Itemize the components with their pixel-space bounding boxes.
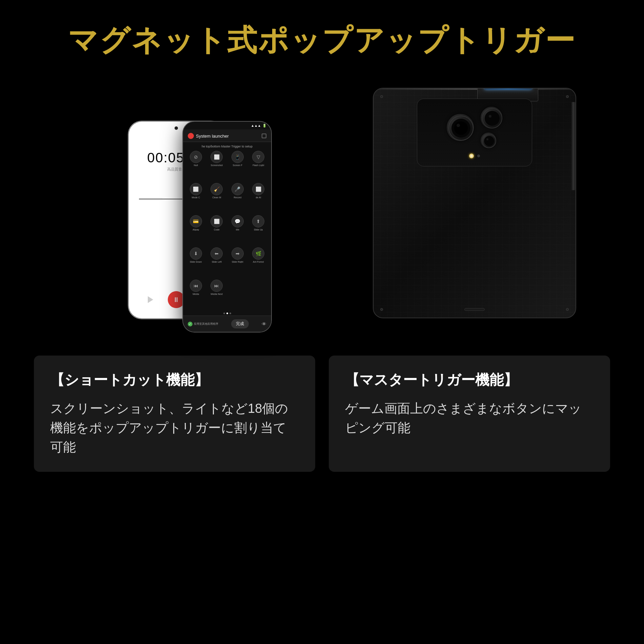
phone-right: ▲▲▲ 🔋 System launcher he top/bottom Mast… [183,122,271,332]
screw-tr [566,95,569,98]
shortcut-box: 【ショートカット機能】 スクリーンショット、ライトなど18個の機能をポップアップ… [34,356,315,472]
grid-label: Alipay [193,228,199,231]
page-title: マグネット式ポップアップトリガー [0,20,644,61]
done-button[interactable]: 完成 [231,319,249,328]
list-item[interactable]: ⬜de Al [249,183,268,213]
list-item[interactable]: 🧹Clean M [207,183,226,213]
launcher-dots [183,311,271,316]
svg-point-7 [485,111,500,126]
pause-button[interactable] [168,291,185,308]
wifi-icon: ▲▲▲ [251,124,261,127]
code-icon: ⬜ [210,215,223,227]
grid-label: Slide Right [232,261,243,263]
list-item[interactable]: ⬆Slide Up [249,215,268,245]
svg-point-8 [489,115,491,118]
svg-point-4 [454,121,468,135]
list-item[interactable]: 🌿Ant Forest [249,247,268,278]
we-icon: 💬 [232,215,244,227]
grid-label: Slide Up [254,228,263,231]
screenf-icon: 📱 [232,151,244,163]
launcher-corner-icon [262,134,266,138]
list-item [228,280,247,310]
device-photo [325,74,624,332]
phones-area: 00:05.55 高品質音楽 ▲▲▲ 🔋 [20,74,312,332]
trigger-popup [484,88,532,89]
screw-tl [380,95,383,98]
dot [223,313,225,314]
screw-bl [380,308,383,311]
list-item[interactable]: ⏭Media Next [207,280,226,310]
trigger-box: 【マスタートリガー機能】 ゲーム画面上のさまざまなボタンにマッピング可能 [329,356,610,472]
check-icon: ✓ [188,322,193,326]
launcher-bottom: ✓ 应用至其他应用程序 完成 👁 [183,316,271,332]
list-item[interactable]: ⬇Slide Down [186,247,205,278]
bottom-check: ✓ 应用至其他应用程序 [188,322,218,326]
svg-point-5 [457,124,460,127]
list-item[interactable]: ➡Slide Right [228,247,247,278]
sensor-dot [477,155,480,157]
svg-point-10 [484,136,494,146]
secondary-lens [481,107,502,128]
trigger-body: ゲーム画面上のさまざまなボタンにマッピング可能 [345,399,594,438]
grid-label: Code [214,228,220,231]
dot-active [226,313,228,314]
list-item[interactable]: ⬅Slide Left [207,247,226,278]
grid-label: Screenshot [211,164,223,166]
play-button[interactable] [141,291,158,308]
shortcut-title: 【ショートカット機能】 [50,370,299,389]
grid-label: Slide Left [212,261,222,263]
slidedown-icon: ⬇ [190,247,202,260]
grid-label: de Al [256,196,261,199]
dot [229,313,231,314]
battery-icon: 🔋 [262,124,266,127]
slideright-icon: ➡ [232,247,244,260]
al-icon: ⬜ [252,183,264,195]
list-item[interactable]: ⬜Mode C [186,183,205,213]
grid-label: Media Next [211,293,223,295]
bottom-area: 【ショートカット機能】 スクリーンショット、ライトなど18個の機能をポップアップ… [0,342,644,485]
null-icon: ⊘ [190,151,202,163]
grid-label: We [236,228,239,231]
device-body [373,88,576,318]
tertiary-lens [481,133,496,148]
grid-label: Mode C [192,196,200,199]
slideleft-icon: ⬅ [210,247,223,260]
side-rail [571,102,576,190]
grid-label: Slide Down [190,261,202,263]
list-item[interactable]: ▽Flash Light [249,151,268,181]
launcher-subtitle: he top/bottom Master Trigger to setup [183,142,271,149]
launcher-app-icon [188,133,194,139]
alipay-icon: 💳 [190,215,202,227]
camera-module [417,99,532,166]
launcher-grid: ⊘Null ⬜Screenshot 📱Screen F ▽Flash Light… [183,149,271,311]
svg-point-11 [486,138,488,140]
camera-row [447,107,502,148]
screw-br [566,308,569,311]
mode-icon: ⬜ [190,183,202,195]
status-bar: ▲▲▲ 🔋 [183,122,271,129]
list-item[interactable]: ⊘Null [186,151,205,181]
antforest-icon: 🌿 [252,247,264,260]
flash-led [469,154,474,158]
grid-label: Screen F [233,164,242,166]
grid-label: Media [193,293,199,295]
list-item[interactable]: 🎤Record [228,183,247,213]
list-item[interactable]: ⏮Media [186,280,205,310]
shortcut-body: スクリーンショット、ライトなど18個の機能をポップアップトリガーに割り当て可能 [50,399,299,457]
list-item[interactable]: 💳Alipay [186,215,205,245]
slideup-icon: ⬆ [252,215,264,227]
face-id-icon: 👁 [262,321,266,327]
list-item[interactable]: 💬We [228,215,247,245]
screenshot-icon: ⬜ [210,151,223,163]
list-item[interactable]: ⬜Screenshot [207,151,226,181]
list-item[interactable]: 📱Screen F [228,151,247,181]
media-icon: ⏮ [190,280,202,292]
main-content: 00:05.55 高品質音楽 ▲▲▲ 🔋 [0,74,644,332]
cleanm-icon: 🧹 [210,183,223,195]
grid-label: Record [234,196,241,199]
list-item[interactable]: ⬜Code [207,215,226,245]
trigger-title: 【マスタートリガー機能】 [345,370,594,389]
launcher-title: System launcher [196,134,260,139]
grid-label: Null [194,164,198,166]
grid-label: Ant Forest [253,261,264,263]
